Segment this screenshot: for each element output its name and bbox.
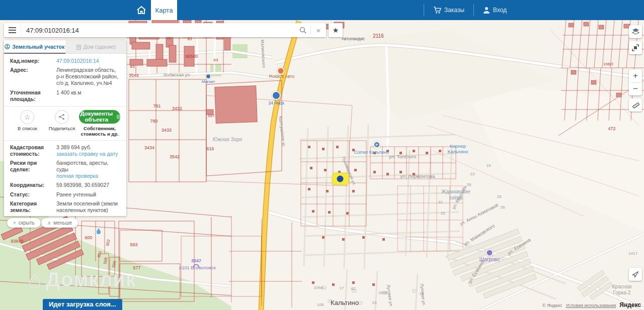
star-outline-icon: ☆	[24, 113, 31, 121]
field-cadastral-cost: Кадастровая стоимость: 3 389 694 руб. за…	[10, 144, 120, 157]
panel-body: Кад.номер: 47:09:0102016:14 Адрес: Ленин…	[4, 54, 126, 216]
plus-icon: +	[633, 71, 638, 81]
star-icon: ★	[333, 26, 339, 34]
hide-panel-button[interactable]: × скрыть	[7, 218, 41, 228]
marker-dot	[337, 176, 344, 182]
parcel-icon	[5, 44, 10, 49]
document-icon	[117, 114, 120, 120]
home-icon	[136, 6, 146, 15]
favorites-button[interactable]: ★	[329, 23, 343, 37]
search-icon	[299, 27, 307, 34]
parking-icon[interactable]: P	[373, 141, 380, 148]
field-address: Адрес: Ленинградская область, р-н Всевол…	[10, 67, 120, 86]
frame-icon	[632, 44, 639, 51]
layers-button[interactable]	[629, 25, 642, 38]
orders-button[interactable]: Заказы	[424, 0, 473, 20]
zoom-control: + −	[629, 69, 642, 95]
app: Холмская ул.ул. Толстогоул. Лермонтоваул…	[0, 0, 644, 310]
search-input[interactable]	[21, 27, 295, 34]
copyright: © Яндекс	[542, 303, 562, 308]
ruler-icon	[632, 101, 639, 109]
tab-house-building[interactable]: Дом (здание)	[65, 40, 127, 54]
field-coordinates: Координаты: 59.983998, 30.659027	[10, 182, 120, 188]
field-status: Статус: Ранее учтенный	[10, 191, 120, 198]
cart-icon	[433, 7, 441, 14]
collapse-panel-button[interactable]: ∧ меньше	[41, 218, 78, 228]
select-area-button[interactable]	[629, 41, 642, 54]
shagrovo-icon[interactable]	[486, 249, 494, 257]
search-submit-button[interactable]	[295, 23, 310, 37]
user-icon	[483, 7, 490, 14]
cadastral-number-link[interactable]: 47:09:0102016:14	[56, 58, 99, 64]
a101-arc-icon[interactable]	[193, 264, 199, 267]
field-area: Уточненная площадь: 1 400 кв.м	[10, 89, 120, 102]
24h-icon[interactable]	[272, 91, 281, 100]
zoom-in-button[interactable]: +	[629, 69, 642, 82]
panel-actions: ☆ В список Поделиться Докуме	[10, 110, 120, 137]
zoom-out-button[interactable]: −	[629, 83, 642, 96]
object-documents-button[interactable]: Документы объекта	[79, 110, 120, 124]
login-button[interactable]: Вход	[474, 0, 516, 20]
magnit-icon[interactable]	[205, 73, 211, 79]
parcel-info-panel: Земельный участок Дом (здание) Кад.номер…	[4, 40, 126, 216]
field-deal-risks: Риски при сделке: банкротства, аресты, с…	[10, 160, 120, 179]
geolocate-button[interactable]	[629, 268, 642, 281]
rostics-icon[interactable]	[277, 67, 285, 75]
geolocate-icon	[632, 271, 639, 278]
add-to-list-button[interactable]: ☆ В список	[10, 110, 45, 131]
minus-icon: −	[633, 84, 638, 94]
header: Карта Заказы Вход	[0, 0, 644, 20]
share-button[interactable]: Поделиться	[45, 110, 79, 131]
cost-reference-link[interactable]: заказать справку на дату	[56, 151, 118, 157]
measure-button[interactable]	[629, 98, 642, 112]
building-icon	[76, 44, 82, 50]
field-land-category: Категория земель: Земли поселений (земли…	[10, 200, 120, 214]
panel-tabs: Земельный участок Дом (здание)	[4, 40, 126, 54]
layer-loading-toast: Идет загрузка слоя...	[43, 299, 122, 310]
selected-parcel-marker[interactable]	[332, 173, 349, 185]
terms-link[interactable]: Условия использования	[566, 303, 616, 308]
tab-map[interactable]: Карта	[151, 0, 177, 20]
tab-land-parcel[interactable]: Земельный участок	[4, 40, 65, 54]
chevron-up-icon: ∧	[47, 220, 51, 226]
field-cadastral-number: Кад.номер: 47:09:0102016:14	[10, 58, 120, 64]
close-icon: ×	[13, 220, 16, 226]
search-bar: ×	[4, 23, 326, 37]
menu-button[interactable]	[4, 23, 21, 37]
clear-search-button[interactable]: ×	[311, 23, 326, 37]
yandex-logo[interactable]: Яндекс	[619, 301, 641, 308]
full-check-link[interactable]: полная проверка	[56, 173, 98, 179]
home-button[interactable]	[132, 0, 151, 20]
share-icon	[58, 114, 65, 120]
layers-icon	[632, 28, 639, 35]
map-attribution: © Яндекс Условия использования Яндекс	[542, 301, 641, 308]
